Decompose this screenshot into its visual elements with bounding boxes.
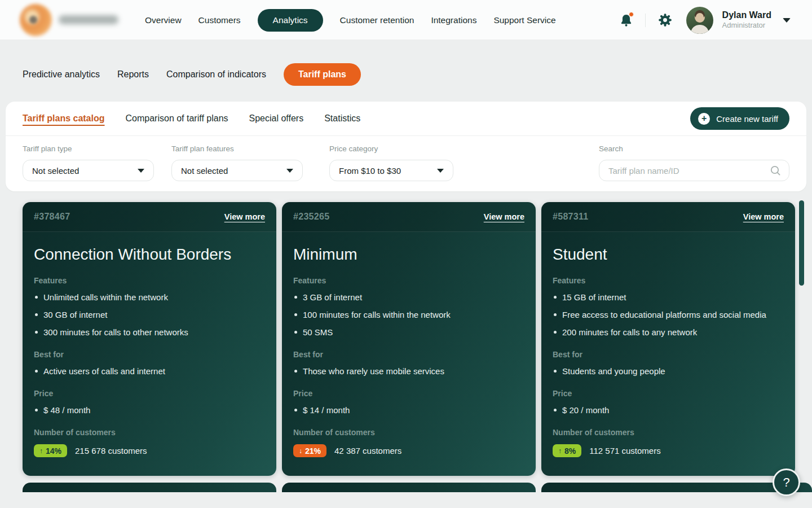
plus-icon: + [698,113,710,125]
subnav-item-comparison-of-indicators[interactable]: Comparison of indicators [166,69,266,80]
feature-item: 3 GB of internet [293,292,524,303]
notifications-button[interactable] [619,13,633,28]
filter-tariff-plan-type: Tariff plan type Not selected [23,144,154,181]
top-navbar: Overview Customers Analytics Customer re… [0,0,812,40]
subnav-item-reports[interactable]: Reports [117,69,149,80]
subnav-item-predictive-analytics[interactable]: Predictive analytics [23,69,100,80]
user-avatar[interactable] [686,7,713,34]
customers-row: ↑ 8% 112 571 customers [553,444,784,457]
tab-special-offers[interactable]: Special offers [249,113,304,124]
best-for-label: Best for [553,350,784,359]
customers-count: 215 678 customers [75,446,147,456]
feature-item: 100 minutes for calls within the network [293,309,524,320]
best-for-list: Students and young people [541,366,795,376]
search-input[interactable] [608,166,770,176]
nav-item-overview[interactable]: Overview [145,15,182,25]
user-role: Administrator [722,21,771,30]
subnav-item-tariff-plans[interactable]: Tariff plans [284,63,361,86]
tariff-cards-row-partial [23,483,812,492]
analytics-dashboard: Overview Customers Analytics Customer re… [0,0,812,508]
view-more-link[interactable]: View more [224,212,265,221]
create-new-tariff-label: Create new tariff [716,114,778,124]
tariff-id: #378467 [34,212,70,222]
trend-down-arrow-icon: ↓ [299,447,302,455]
nav-item-customer-retention[interactable]: Customer retention [340,15,414,25]
feature-item: 15 GB of internet [553,292,784,303]
tariff-title: Minimum [293,246,524,264]
help-button[interactable]: ? [773,468,800,496]
tariff-card-connection-without-borders[interactable]: #378467 View more Connection Without Bor… [23,202,276,476]
caret-down-icon [437,169,444,173]
main-navigation: Overview Customers Analytics Customer re… [145,0,556,40]
feature-item: 200 minutes for calls to any network [553,327,784,338]
tariff-tabs-row: Tariff plans catalog Comparison of tarif… [6,102,806,136]
filter-label: Tariff plan type [23,144,154,153]
search-icon[interactable] [770,165,781,176]
tariff-card-partial[interactable] [541,483,812,492]
customers-row: ↓ 21% 42 387 customers [293,444,524,457]
feature-item: 50 SMS [293,327,524,338]
navbar-right-cluster: Dylan Ward Administrator [619,0,791,40]
filter-price-category: Price category From $10 to $30 [329,144,453,181]
trend-badge: ↓ 21% [293,444,326,457]
price-item: $ 14 / month [293,405,524,415]
tariff-plan-type-select[interactable]: Not selected [23,160,154,181]
nav-item-customers[interactable]: Customers [198,15,241,25]
navbar-divider [645,14,646,27]
create-new-tariff-button[interactable]: + Create new tariff [690,107,789,130]
price-list: $ 20 / month [541,405,795,415]
customers-label: Number of customers [293,428,524,437]
view-more-link[interactable]: View more [743,212,784,221]
company-logo[interactable] [20,4,52,36]
filter-tariff-plan-features: Tariff plan features Not selected [171,144,303,181]
best-for-label: Best for [293,350,524,359]
customers-label: Number of customers [553,428,784,437]
feature-item: Unlimited calls within the network [34,292,265,303]
tab-comparison-of-tariff-plans[interactable]: Comparison of tariff plans [126,113,228,124]
select-value: Not selected [32,166,79,176]
features-label: Features [293,276,524,285]
search-box [599,160,789,181]
tariff-panel: Tariff plans catalog Comparison of tarif… [6,102,806,191]
user-info[interactable]: Dylan Ward Administrator [722,10,771,30]
select-value: From $10 to $30 [339,166,401,176]
trend-badge: ↑ 14% [34,444,67,457]
nav-item-analytics[interactable]: Analytics [258,9,323,32]
tariff-id: #235265 [293,212,329,222]
tariff-card-partial[interactable] [282,483,536,492]
price-label: Price [34,389,265,398]
filter-label: Tariff plan features [171,144,303,153]
tariff-cards-row: #378467 View more Connection Without Bor… [23,202,795,476]
nav-item-integrations[interactable]: Integrations [431,15,476,25]
search-group: Search [599,144,789,181]
price-category-select[interactable]: From $10 to $30 [329,160,453,181]
tariff-id: #587311 [553,212,589,222]
price-list: $ 14 / month [282,405,536,415]
filter-label: Price category [329,144,453,153]
card-header: #587311 View more [541,202,795,232]
tariff-card-minimum[interactable]: #235265 View more Minimum Features 3 GB … [282,202,536,476]
tab-statistics[interactable]: Statistics [324,113,360,124]
user-name: Dylan Ward [722,10,771,21]
nav-item-support-service[interactable]: Support Service [493,15,555,25]
price-label: Price [553,389,784,398]
customers-count: 112 571 customers [589,446,660,456]
best-for-list: Active users of calls and internet [23,366,276,376]
help-label: ? [783,475,789,490]
trend-up-arrow-icon: ↑ [558,447,562,455]
price-item: $ 48 / month [34,405,265,415]
view-more-link[interactable]: View more [484,212,524,221]
tariff-plan-features-select[interactable]: Not selected [171,160,303,181]
price-list: $ 48 / month [23,405,276,415]
tab-tariff-plans-catalog[interactable]: Tariff plans catalog [23,113,105,124]
trend-value: 8% [564,446,576,456]
vertical-scrollbar-thumb[interactable] [799,200,804,286]
tariff-card-partial[interactable] [23,483,276,492]
search-label: Search [599,144,789,153]
best-for-item: Those who rarely use mobile services [293,366,524,376]
feature-item: 300 minutes for calls to other networks [34,327,265,338]
chevron-down-icon[interactable] [783,18,791,23]
tariff-card-student[interactable]: #587311 View more Student Features 15 GB… [541,202,795,476]
features-list: Unlimited calls within the network 30 GB… [23,292,276,338]
settings-button[interactable] [657,12,673,28]
